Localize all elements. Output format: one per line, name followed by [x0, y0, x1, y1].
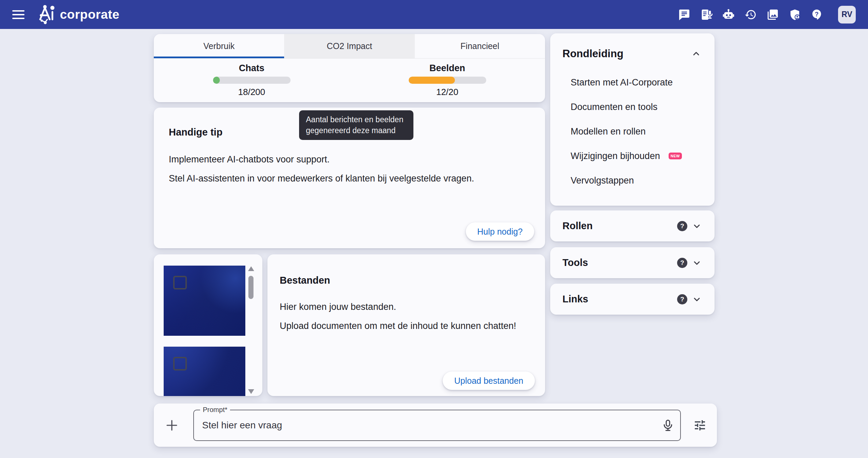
section-links[interactable]: Links ?: [550, 284, 715, 315]
section-rollen-title: Rollen: [562, 220, 677, 232]
image-gallery-icon[interactable]: [766, 8, 779, 21]
tab-verbruik[interactable]: Verbruik: [154, 34, 284, 58]
help-icon[interactable]: ?: [810, 8, 823, 21]
thumbnail-checkbox[interactable]: [173, 357, 187, 370]
shield-account-icon[interactable]: [788, 8, 801, 21]
section-links-title: Links: [562, 294, 677, 305]
chevron-down-icon[interactable]: [692, 221, 702, 231]
robot-assistant-icon[interactable]: [722, 8, 735, 21]
chat-icon[interactable]: [678, 8, 691, 21]
section-rollen[interactable]: Rollen ?: [550, 210, 715, 241]
help-circle-icon[interactable]: ?: [677, 258, 687, 268]
beelden-progress-bar: [409, 77, 486, 84]
beelden-meter-value: 12/20: [436, 87, 458, 97]
files-line-2: Upload documenten om met de inhoud te ku…: [280, 321, 533, 331]
scrollbar-thumb[interactable]: [248, 276, 253, 299]
tab-co2-impact[interactable]: CO2 Impact: [284, 34, 414, 58]
tip-line-1: Implementeer AI-chatbots voor support.: [169, 154, 530, 165]
new-badge: NEW: [669, 153, 682, 159]
hamburger-menu-icon[interactable]: [12, 8, 27, 21]
prompt-bar: Prompt*: [154, 404, 717, 447]
tour-item-documenten[interactable]: Documenten en tools: [562, 95, 701, 119]
tour-panel: Rondleiding Starten met AI-Corporate Doc…: [550, 33, 715, 206]
files-card: Bestanden Hier komen jouw bestanden. Upl…: [267, 254, 545, 396]
upload-files-button[interactable]: Upload bestanden: [443, 372, 535, 390]
tab-financieel[interactable]: Financieel: [415, 34, 545, 58]
tab-bar: Verbruik CO2 Impact Financieel: [154, 34, 545, 59]
beelden-meter-label: Beelden: [429, 63, 465, 74]
usage-tooltip: Aantal berichten en beelden gegenereerd …: [299, 110, 413, 140]
prompt-field-label: Prompt*: [200, 406, 230, 414]
scrollbar-up-arrow[interactable]: [248, 266, 254, 271]
svg-text:?: ?: [815, 11, 819, 17]
beelden-meter: Beelden 12/20: [349, 59, 545, 102]
gallery-thumbnail[interactable]: [164, 266, 245, 336]
chats-progress-bar: [213, 77, 291, 84]
tour-panel-title: Rondleiding: [562, 48, 691, 60]
tip-line-2: Stel AI-assistenten in voor medewerkers …: [169, 173, 530, 184]
voice-transcribe-icon[interactable]: [700, 8, 713, 21]
help-needed-button[interactable]: Hulp nodig?: [466, 222, 534, 241]
section-tools-title: Tools: [562, 257, 677, 268]
microphone-icon[interactable]: [660, 418, 675, 433]
help-circle-icon[interactable]: ?: [677, 221, 687, 231]
chevron-down-icon[interactable]: [692, 258, 702, 268]
files-card-title: Bestanden: [280, 275, 533, 286]
usage-card: Verbruik CO2 Impact Financieel Chats 18/…: [154, 34, 545, 102]
tour-item-vervolgstappen[interactable]: Vervolgstappen: [562, 168, 701, 193]
files-line-1: Hier komen jouw bestanden.: [280, 302, 533, 312]
gallery-scrollbar[interactable]: [247, 266, 255, 395]
tour-item-modellen[interactable]: Modellen en rollen: [562, 119, 701, 144]
help-circle-icon[interactable]: ?: [677, 294, 687, 304]
chevron-down-icon[interactable]: [692, 295, 702, 304]
prompt-input[interactable]: [194, 410, 680, 440]
chevron-up-icon[interactable]: [691, 49, 701, 59]
thumbnail-checkbox[interactable]: [173, 276, 187, 289]
top-navbar: corporate: [0, 0, 868, 29]
tune-settings-icon[interactable]: [692, 418, 707, 433]
user-avatar[interactable]: RV: [838, 6, 856, 23]
plus-icon[interactable]: [164, 417, 180, 433]
scrollbar-down-arrow[interactable]: [248, 389, 254, 394]
gallery-thumbnail[interactable]: [164, 347, 245, 396]
section-tools[interactable]: Tools ?: [550, 247, 715, 278]
chats-meter: Chats 18/200: [154, 59, 349, 102]
image-gallery-card: [154, 254, 262, 396]
history-icon[interactable]: [744, 8, 757, 21]
app-logo[interactable]: corporate: [35, 3, 119, 26]
tour-item-wijzigingen[interactable]: Wijzigingen bijhouden NEW: [562, 144, 701, 168]
logo-wordmark: corporate: [60, 7, 119, 22]
logo-mark-icon: [35, 3, 56, 26]
tour-item-starten[interactable]: Starten met AI-Corporate: [562, 70, 701, 95]
chats-meter-label: Chats: [239, 63, 264, 74]
prompt-field: Prompt*: [193, 410, 681, 441]
chats-meter-value: 18/200: [238, 87, 265, 97]
